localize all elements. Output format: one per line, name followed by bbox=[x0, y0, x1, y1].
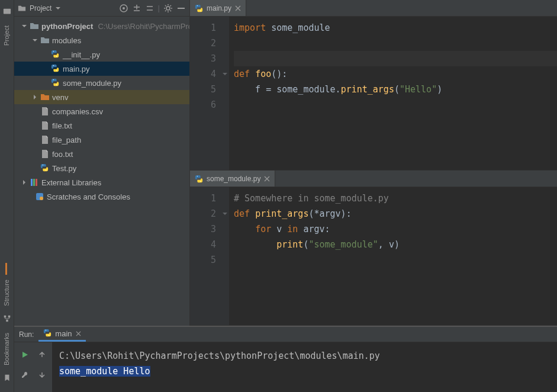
output-line[interactable]: some_module Hello bbox=[59, 364, 550, 379]
code-line[interactable] bbox=[234, 97, 557, 113]
expand-all-icon[interactable] bbox=[132, 4, 141, 13]
editor-area: main.py 123456 import some_moduledef foo… bbox=[190, 0, 557, 326]
svg-point-25 bbox=[49, 335, 49, 335]
project-panel-header: Project | bbox=[14, 0, 189, 17]
run-tab-main[interactable]: main bbox=[38, 327, 85, 342]
settings-gear-icon[interactable] bbox=[163, 4, 173, 13]
project-icon bbox=[18, 4, 26, 12]
svg-point-12 bbox=[56, 85, 57, 85]
svg-rect-17 bbox=[36, 179, 37, 186]
editor-tab-some-module[interactable]: some_module.py bbox=[190, 171, 275, 187]
svg-point-22 bbox=[197, 175, 198, 176]
editor-pane-top: main.py 123456 import some_moduledef foo… bbox=[190, 0, 557, 171]
up-step-icon[interactable] bbox=[34, 346, 50, 364]
code-lines[interactable]: # Somewhere in some_module.pydef print_a… bbox=[229, 187, 557, 325]
left-marker bbox=[5, 263, 7, 275]
editor-tab-label: main.py bbox=[207, 4, 231, 12]
tree-item-test-py[interactable]: Test.py bbox=[14, 161, 189, 175]
code-line[interactable] bbox=[234, 51, 557, 66]
svg-point-10 bbox=[56, 70, 57, 71]
project-view-caret-icon[interactable] bbox=[55, 5, 61, 11]
svg-point-21 bbox=[200, 10, 201, 11]
run-title: Run: bbox=[19, 330, 34, 339]
svg-point-6 bbox=[166, 7, 170, 10]
left-tool-rail: Project Structure Bookmarks bbox=[0, 0, 14, 392]
code-line[interactable] bbox=[234, 252, 557, 268]
line-gutter[interactable]: 12345 bbox=[190, 187, 221, 325]
svg-point-5 bbox=[123, 7, 125, 9]
code-line[interactable]: f = some_module.print_args("Hello") bbox=[234, 82, 557, 97]
svg-rect-3 bbox=[6, 320, 8, 322]
down-step-icon[interactable] bbox=[34, 366, 50, 384]
project-panel-title: Project bbox=[30, 4, 51, 12]
svg-point-24 bbox=[46, 329, 46, 330]
run-panel: Run: main C:\Users\Rohit\PycharmProjects… bbox=[14, 326, 557, 392]
svg-point-23 bbox=[200, 181, 201, 181]
run-tab-label: main bbox=[55, 329, 72, 338]
tree-item-modules[interactable]: modules bbox=[14, 33, 189, 47]
close-run-tab-icon[interactable] bbox=[76, 331, 81, 336]
svg-rect-15 bbox=[31, 179, 33, 186]
svg-rect-1 bbox=[4, 316, 6, 318]
hide-panel-icon[interactable] bbox=[176, 4, 186, 13]
tree-item-foo-txt[interactable]: foo.txt bbox=[14, 147, 189, 161]
code-line[interactable]: def foo(): bbox=[234, 66, 557, 82]
close-tab-icon[interactable] bbox=[264, 176, 270, 182]
svg-rect-0 bbox=[3, 9, 10, 14]
tree-item-venv[interactable]: venv bbox=[14, 90, 189, 104]
wrench-icon[interactable] bbox=[17, 366, 33, 384]
editor-tab-main[interactable]: main.py bbox=[190, 0, 246, 16]
code-lines[interactable]: import some_moduledef foo(): f = some_mo… bbox=[229, 17, 557, 170]
run-header: Run: main bbox=[14, 327, 557, 342]
python-file-icon bbox=[195, 4, 203, 12]
bookmarks-tool-label[interactable]: Bookmarks bbox=[3, 333, 10, 365]
svg-point-14 bbox=[46, 170, 46, 171]
code-line[interactable]: def print_args(*argv): bbox=[234, 206, 557, 221]
line-gutter[interactable]: 123456 bbox=[190, 17, 221, 170]
collapse-all-icon[interactable] bbox=[145, 4, 154, 13]
structure-tool-label[interactable]: Structure bbox=[3, 279, 10, 306]
editor-tabs-top: main.py bbox=[190, 0, 557, 17]
rerun-button[interactable] bbox=[17, 346, 33, 364]
structure-tool-icon[interactable] bbox=[3, 314, 11, 323]
run-output[interactable]: C:\Users\Rohit\PycharmProjects\pythonPro… bbox=[52, 342, 557, 392]
python-file-icon bbox=[195, 175, 203, 183]
svg-point-8 bbox=[56, 56, 57, 57]
editor-pane-bottom: some_module.py 12345 # Somewhere in some… bbox=[190, 171, 557, 326]
project-tool-icon[interactable] bbox=[3, 7, 11, 15]
project-root[interactable]: pythonProjectC:\Users\Rohit\PycharmProje… bbox=[14, 19, 189, 33]
code-line[interactable]: print("some_module", v) bbox=[234, 237, 557, 252]
bookmarks-tool-icon[interactable] bbox=[3, 374, 11, 382]
run-toolbar bbox=[14, 342, 52, 392]
svg-point-7 bbox=[53, 51, 54, 52]
code-line[interactable]: import some_module bbox=[234, 20, 557, 36]
svg-rect-2 bbox=[8, 316, 10, 318]
editor-tab-label: some_module.py bbox=[207, 175, 260, 183]
tree-item-main-py[interactable]: main.py bbox=[14, 62, 189, 76]
svg-point-13 bbox=[43, 165, 43, 165]
tree-item-file-txt[interactable]: file.txt bbox=[14, 118, 189, 133]
code-line[interactable]: # Somewhere in some_module.py bbox=[234, 191, 557, 206]
tree-item-companies-csv[interactable]: companies.csv bbox=[14, 104, 189, 118]
project-tool-label[interactable]: Project bbox=[3, 25, 10, 46]
tree-item---init---py[interactable]: __init__.py bbox=[14, 47, 189, 62]
select-opened-file-icon[interactable] bbox=[119, 4, 128, 13]
code-line[interactable] bbox=[234, 36, 557, 51]
code-editor-top[interactable]: 123456 import some_moduledef foo(): f = … bbox=[190, 17, 557, 170]
output-line[interactable]: C:\Users\Rohit\PycharmProjects\pythonPro… bbox=[59, 348, 550, 364]
tree-item-some-module-py[interactable]: some_module.py bbox=[14, 76, 189, 90]
fold-gutter[interactable] bbox=[221, 187, 229, 325]
scratches-consoles[interactable]: Scratches and Consoles bbox=[14, 189, 189, 204]
close-tab-icon[interactable] bbox=[235, 5, 241, 11]
editor-tabs-bottom: some_module.py bbox=[190, 171, 557, 187]
code-editor-bottom[interactable]: 12345 # Somewhere in some_module.pydef p… bbox=[190, 187, 557, 325]
project-tree[interactable]: pythonProjectC:\Users\Rohit\PycharmProje… bbox=[14, 17, 189, 326]
project-panel: Project | pythonProjectC:\Users\Rohit\Py… bbox=[14, 0, 190, 326]
python-file-icon bbox=[43, 329, 51, 339]
code-line[interactable]: for v in argv: bbox=[234, 221, 557, 237]
fold-gutter[interactable] bbox=[221, 17, 229, 170]
tree-item-file-path[interactable]: file_path bbox=[14, 133, 189, 147]
svg-point-19 bbox=[40, 197, 43, 200]
svg-point-20 bbox=[197, 5, 198, 5]
external-libraries[interactable]: External Libraries bbox=[14, 175, 189, 189]
